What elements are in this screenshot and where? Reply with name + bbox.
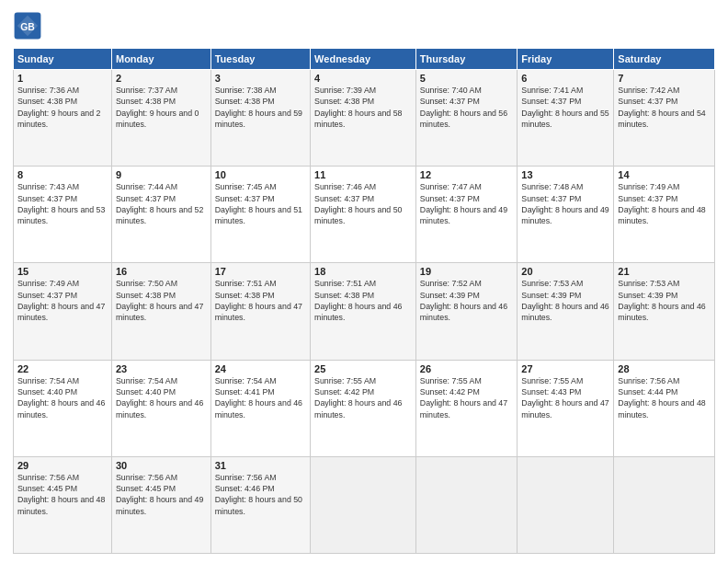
day-number: 22 bbox=[17, 363, 108, 374]
day-number: 6 bbox=[521, 73, 609, 84]
day-cell bbox=[311, 456, 416, 553]
day-number: 28 bbox=[618, 363, 711, 374]
day-info: Sunrise: 7:54 AMSunset: 4:41 PMDaylight:… bbox=[215, 376, 302, 419]
day-cell: 5 Sunrise: 7:40 AMSunset: 4:37 PMDayligh… bbox=[415, 70, 518, 167]
day-info: Sunrise: 7:36 AMSunset: 4:38 PMDaylight:… bbox=[17, 86, 100, 129]
logo: GB bbox=[13, 11, 46, 40]
day-info: Sunrise: 7:55 AMSunset: 4:42 PMDaylight:… bbox=[314, 376, 402, 419]
week-row-5: 29 Sunrise: 7:56 AMSunset: 4:45 PMDaylig… bbox=[14, 456, 715, 553]
day-info: Sunrise: 7:49 AMSunset: 4:37 PMDaylight:… bbox=[17, 279, 105, 322]
day-info: Sunrise: 7:45 AMSunset: 4:37 PMDaylight:… bbox=[215, 182, 302, 225]
day-number: 1 bbox=[17, 73, 108, 84]
day-number: 16 bbox=[116, 266, 207, 277]
day-number: 4 bbox=[314, 73, 412, 84]
day-cell: 19 Sunrise: 7:52 AMSunset: 4:39 PMDaylig… bbox=[415, 263, 518, 360]
day-info: Sunrise: 7:51 AMSunset: 4:38 PMDaylight:… bbox=[215, 279, 302, 322]
day-number: 24 bbox=[215, 363, 306, 374]
day-cell: 23 Sunrise: 7:54 AMSunset: 4:40 PMDaylig… bbox=[111, 360, 210, 456]
day-info: Sunrise: 7:49 AMSunset: 4:37 PMDaylight:… bbox=[618, 182, 705, 225]
day-info: Sunrise: 7:54 AMSunset: 4:40 PMDaylight:… bbox=[17, 376, 105, 419]
day-info: Sunrise: 7:40 AMSunset: 4:37 PMDaylight:… bbox=[420, 86, 507, 129]
day-number: 23 bbox=[116, 363, 207, 374]
day-info: Sunrise: 7:38 AMSunset: 4:38 PMDaylight:… bbox=[215, 86, 302, 129]
logo-icon: GB bbox=[13, 11, 42, 40]
day-cell bbox=[614, 456, 715, 553]
svg-text:GB: GB bbox=[20, 22, 35, 32]
day-cell: 3 Sunrise: 7:38 AMSunset: 4:38 PMDayligh… bbox=[210, 70, 310, 167]
day-cell: 26 Sunrise: 7:55 AMSunset: 4:42 PMDaylig… bbox=[415, 360, 518, 456]
day-info: Sunrise: 7:56 AMSunset: 4:46 PMDaylight:… bbox=[215, 473, 302, 516]
day-cell: 17 Sunrise: 7:51 AMSunset: 4:38 PMDaylig… bbox=[210, 263, 310, 360]
day-info: Sunrise: 7:55 AMSunset: 4:43 PMDaylight:… bbox=[521, 376, 609, 419]
day-info: Sunrise: 7:39 AMSunset: 4:38 PMDaylight:… bbox=[314, 86, 402, 129]
day-number: 27 bbox=[521, 363, 609, 374]
day-number: 19 bbox=[420, 266, 514, 277]
day-cell: 29 Sunrise: 7:56 AMSunset: 4:45 PMDaylig… bbox=[14, 456, 112, 553]
day-info: Sunrise: 7:53 AMSunset: 4:39 PMDaylight:… bbox=[521, 279, 609, 322]
day-info: Sunrise: 7:37 AMSunset: 4:38 PMDaylight:… bbox=[116, 86, 199, 129]
day-info: Sunrise: 7:56 AMSunset: 4:45 PMDaylight:… bbox=[17, 473, 105, 516]
day-cell: 30 Sunrise: 7:56 AMSunset: 4:45 PMDaylig… bbox=[111, 456, 210, 553]
day-number: 15 bbox=[17, 266, 108, 277]
week-row-2: 8 Sunrise: 7:43 AMSunset: 4:37 PMDayligh… bbox=[14, 167, 715, 263]
day-number: 10 bbox=[215, 169, 306, 180]
day-info: Sunrise: 7:50 AMSunset: 4:38 PMDaylight:… bbox=[116, 279, 203, 322]
day-number: 18 bbox=[314, 266, 412, 277]
day-number: 2 bbox=[116, 73, 207, 84]
day-info: Sunrise: 7:43 AMSunset: 4:37 PMDaylight:… bbox=[17, 182, 105, 225]
day-cell: 16 Sunrise: 7:50 AMSunset: 4:38 PMDaylig… bbox=[111, 263, 210, 360]
day-cell: 21 Sunrise: 7:53 AMSunset: 4:39 PMDaylig… bbox=[614, 263, 715, 360]
day-number: 8 bbox=[17, 169, 108, 180]
day-cell: 27 Sunrise: 7:55 AMSunset: 4:43 PMDaylig… bbox=[518, 360, 614, 456]
day-number: 21 bbox=[618, 266, 711, 277]
day-info: Sunrise: 7:51 AMSunset: 4:38 PMDaylight:… bbox=[314, 279, 402, 322]
col-header-tuesday: Tuesday bbox=[210, 49, 310, 70]
day-cell bbox=[415, 456, 518, 553]
day-cell bbox=[518, 456, 614, 553]
col-header-saturday: Saturday bbox=[614, 49, 715, 70]
day-cell: 10 Sunrise: 7:45 AMSunset: 4:37 PMDaylig… bbox=[210, 167, 310, 263]
day-cell: 18 Sunrise: 7:51 AMSunset: 4:38 PMDaylig… bbox=[311, 263, 416, 360]
week-row-1: 1 Sunrise: 7:36 AMSunset: 4:38 PMDayligh… bbox=[14, 70, 715, 167]
day-cell: 2 Sunrise: 7:37 AMSunset: 4:38 PMDayligh… bbox=[111, 70, 210, 167]
page: GB SundayMondayTuesdayWednesdayThursdayF… bbox=[0, 0, 728, 563]
day-number: 11 bbox=[314, 169, 412, 180]
day-cell: 6 Sunrise: 7:41 AMSunset: 4:37 PMDayligh… bbox=[518, 70, 614, 167]
day-info: Sunrise: 7:55 AMSunset: 4:42 PMDaylight:… bbox=[420, 376, 507, 419]
day-info: Sunrise: 7:53 AMSunset: 4:39 PMDaylight:… bbox=[618, 279, 705, 322]
day-number: 20 bbox=[521, 266, 609, 277]
col-header-sunday: Sunday bbox=[14, 49, 112, 70]
day-info: Sunrise: 7:42 AMSunset: 4:37 PMDaylight:… bbox=[618, 86, 705, 129]
day-cell: 9 Sunrise: 7:44 AMSunset: 4:37 PMDayligh… bbox=[111, 167, 210, 263]
day-cell: 13 Sunrise: 7:48 AMSunset: 4:37 PMDaylig… bbox=[518, 167, 614, 263]
day-cell: 24 Sunrise: 7:54 AMSunset: 4:41 PMDaylig… bbox=[210, 360, 310, 456]
day-cell: 8 Sunrise: 7:43 AMSunset: 4:37 PMDayligh… bbox=[14, 167, 112, 263]
col-header-thursday: Thursday bbox=[415, 49, 518, 70]
day-info: Sunrise: 7:46 AMSunset: 4:37 PMDaylight:… bbox=[314, 182, 402, 225]
day-cell: 22 Sunrise: 7:54 AMSunset: 4:40 PMDaylig… bbox=[14, 360, 112, 456]
day-number: 13 bbox=[521, 169, 609, 180]
day-number: 29 bbox=[17, 460, 108, 471]
day-cell: 14 Sunrise: 7:49 AMSunset: 4:37 PMDaylig… bbox=[614, 167, 715, 263]
week-row-4: 22 Sunrise: 7:54 AMSunset: 4:40 PMDaylig… bbox=[14, 360, 715, 456]
day-cell: 15 Sunrise: 7:49 AMSunset: 4:37 PMDaylig… bbox=[14, 263, 112, 360]
day-info: Sunrise: 7:56 AMSunset: 4:45 PMDaylight:… bbox=[116, 473, 203, 516]
day-info: Sunrise: 7:52 AMSunset: 4:39 PMDaylight:… bbox=[420, 279, 507, 322]
day-number: 12 bbox=[420, 169, 514, 180]
day-cell: 20 Sunrise: 7:53 AMSunset: 4:39 PMDaylig… bbox=[518, 263, 614, 360]
day-number: 17 bbox=[215, 266, 306, 277]
day-cell: 31 Sunrise: 7:56 AMSunset: 4:46 PMDaylig… bbox=[210, 456, 310, 553]
day-number: 25 bbox=[314, 363, 412, 374]
day-number: 7 bbox=[618, 73, 711, 84]
day-info: Sunrise: 7:48 AMSunset: 4:37 PMDaylight:… bbox=[521, 182, 609, 225]
day-cell: 4 Sunrise: 7:39 AMSunset: 4:38 PMDayligh… bbox=[311, 70, 416, 167]
day-cell: 7 Sunrise: 7:42 AMSunset: 4:37 PMDayligh… bbox=[614, 70, 715, 167]
week-row-3: 15 Sunrise: 7:49 AMSunset: 4:37 PMDaylig… bbox=[14, 263, 715, 360]
header: GB bbox=[13, 11, 715, 40]
day-info: Sunrise: 7:54 AMSunset: 4:40 PMDaylight:… bbox=[116, 376, 203, 419]
day-number: 14 bbox=[618, 169, 711, 180]
calendar-header-row: SundayMondayTuesdayWednesdayThursdayFrid… bbox=[14, 49, 715, 70]
col-header-friday: Friday bbox=[518, 49, 614, 70]
day-number: 26 bbox=[420, 363, 514, 374]
day-info: Sunrise: 7:44 AMSunset: 4:37 PMDaylight:… bbox=[116, 182, 203, 225]
